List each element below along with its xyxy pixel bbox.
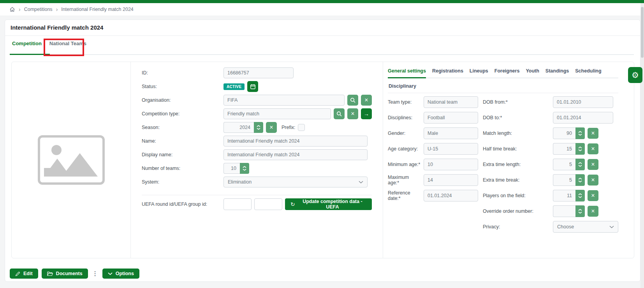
home-icon[interactable]	[9, 7, 15, 12]
half-time-break-clear-button[interactable]: ×	[588, 143, 598, 154]
settings-tab-youth[interactable]: Youth	[526, 68, 539, 78]
number-of-teams-stepper[interactable]	[240, 163, 249, 174]
disciplines-input[interactable]	[424, 112, 478, 124]
season-stepper[interactable]	[254, 122, 263, 133]
kebab-menu-icon[interactable]: ⋮	[91, 270, 99, 277]
organisation-label: Organisation:	[142, 97, 223, 103]
name-input[interactable]	[223, 136, 368, 147]
display-name-input[interactable]	[223, 149, 368, 160]
dob-from-input[interactable]	[553, 96, 613, 108]
extra-time-length-label: Extra time length:	[482, 162, 553, 167]
players-on-field-clear-button[interactable]: ×	[588, 190, 598, 201]
match-length-group: ×	[553, 127, 618, 139]
number-of-teams-input[interactable]	[223, 163, 240, 174]
extra-time-length-clear-button[interactable]: ×	[588, 159, 598, 170]
scrollbar-track[interactable]	[640, 3, 644, 288]
minimum-age-input[interactable]	[424, 159, 478, 170]
settings-tab-standings[interactable]: Standings	[545, 68, 569, 78]
calendar-icon	[250, 84, 256, 90]
chevron-up-icon	[578, 209, 582, 211]
edit-button[interactable]: Edit	[10, 269, 38, 279]
section-header-disciplinary: Disciplinary	[388, 78, 618, 93]
organisation-input[interactable]	[223, 95, 345, 106]
half-time-break-group: ×	[553, 143, 618, 155]
dob-to-input[interactable]	[553, 112, 613, 124]
override-order-stepper[interactable]	[575, 205, 585, 217]
gender-label: Gender:	[388, 131, 424, 136]
form-row-status: Status: ACTIVE	[142, 81, 372, 92]
minimum-age-label: Minimum age:*	[388, 162, 424, 167]
organisation-clear-button[interactable]: ×	[361, 95, 372, 106]
settings-tab-lineups[interactable]: Lineups	[470, 68, 488, 78]
breadcrumb-link-competitions[interactable]: Competitions	[24, 7, 53, 12]
half-time-break-input[interactable]	[553, 143, 575, 155]
settings-row: Reference date:* Players on the field: ×	[388, 190, 618, 201]
breadcrumb-separator-icon: ›	[56, 7, 58, 12]
settings-row: Disciplines: DOB to:*	[388, 112, 618, 124]
search-icon	[350, 97, 355, 103]
chevron-up-icon	[578, 147, 582, 148]
match-length-stepper[interactable]	[575, 127, 585, 139]
match-length-clear-button[interactable]: ×	[588, 128, 598, 139]
update-competition-data-uefa-button[interactable]: ↻ Update competition data - UEFA	[285, 198, 372, 210]
system-select[interactable]: Elimination	[223, 177, 368, 187]
team-type-input[interactable]	[424, 96, 478, 108]
system-select-value: Elimination	[228, 179, 252, 185]
form-row-organisation: Organisation: ×	[142, 95, 372, 106]
settings-gear-button[interactable]: ⚙	[628, 67, 642, 83]
competition-type-search-button[interactable]	[334, 108, 345, 119]
options-button[interactable]: Options	[102, 269, 139, 279]
divider	[142, 195, 372, 195]
players-on-field-input[interactable]	[553, 190, 575, 201]
system-label: System:	[142, 179, 223, 185]
close-icon: ×	[591, 177, 595, 183]
image-placeholder-icon	[38, 135, 105, 185]
extra-time-length-stepper[interactable]	[575, 159, 585, 170]
chevron-up-icon	[578, 193, 582, 195]
settings-tabs: General settings Registrations Lineups F…	[388, 68, 618, 78]
extra-time-length-input[interactable]	[553, 159, 575, 170]
scrollbar-thumb[interactable]	[641, 7, 644, 58]
settings-tab-foreigners[interactable]: Foreigners	[494, 68, 520, 78]
gender-input[interactable]	[424, 127, 478, 139]
reference-date-input[interactable]	[424, 190, 478, 201]
reference-date-label: Reference date:*	[388, 190, 424, 201]
competition-card: International Friendly match 2024 Compet…	[5, 19, 640, 282]
settings-tab-registrations[interactable]: Registrations	[432, 68, 463, 78]
uefa-group-id-input[interactable]	[254, 198, 282, 210]
tab-competition[interactable]: Competition	[11, 41, 42, 46]
chevron-down-icon	[578, 134, 582, 136]
match-length-input[interactable]	[553, 127, 575, 139]
extra-time-break-clear-button[interactable]: ×	[588, 175, 598, 186]
extra-time-break-stepper[interactable]	[575, 174, 585, 186]
prefix-checkbox[interactable]	[298, 124, 305, 131]
competition-type-open-button[interactable]: →	[361, 108, 372, 119]
settings-tab-scheduling[interactable]: Scheduling	[575, 68, 601, 78]
id-input[interactable]	[223, 67, 294, 78]
folder-open-icon	[47, 271, 53, 276]
privacy-select[interactable]: Choose	[553, 221, 618, 233]
chevron-up-icon	[578, 178, 582, 180]
age-category-input[interactable]	[424, 143, 478, 155]
extra-time-break-input[interactable]	[553, 174, 575, 186]
status-history-button[interactable]	[247, 81, 258, 92]
competition-type-input[interactable]	[223, 108, 331, 119]
organisation-search-button[interactable]	[347, 95, 358, 106]
tab-national-teams[interactable]: National Teams	[49, 41, 87, 46]
override-order-input[interactable]	[553, 205, 575, 217]
half-time-break-stepper[interactable]	[575, 143, 585, 155]
settings-tab-general-settings[interactable]: General settings	[388, 68, 426, 78]
players-on-field-stepper[interactable]	[575, 190, 585, 201]
competition-type-clear-button[interactable]: ×	[347, 108, 358, 119]
maximum-age-input[interactable]	[424, 174, 478, 186]
documents-button[interactable]: Documents	[42, 269, 88, 279]
divider	[5, 35, 640, 36]
action-bar: Edit Documents ⋮ Options	[10, 269, 139, 279]
override-order-group: ×	[553, 205, 618, 217]
season-input[interactable]	[223, 122, 254, 133]
pencil-icon	[15, 271, 20, 276]
override-order-clear-button[interactable]: ×	[588, 206, 598, 217]
season-clear-button[interactable]: ×	[266, 122, 277, 133]
uefa-round-id-input[interactable]	[223, 198, 252, 210]
chevron-down-icon	[578, 180, 582, 182]
